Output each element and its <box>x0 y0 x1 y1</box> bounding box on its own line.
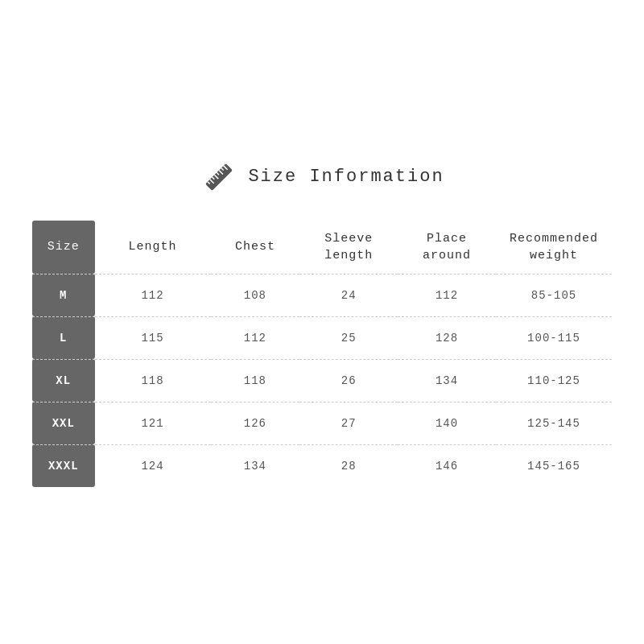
cell-size: XXL <box>32 402 95 444</box>
size-chart-container: Size Information Size Length Chest Sleev… <box>16 142 628 503</box>
cell-place: 146 <box>398 444 496 487</box>
cell-place: 128 <box>398 316 496 359</box>
cell-place: 140 <box>398 402 496 444</box>
cell-size: L <box>32 316 95 359</box>
col-header-sleeve: Sleeve length <box>299 221 398 275</box>
size-table: Size Length Chest Sleeve length Place ar… <box>32 221 612 487</box>
cell-sleeve: 27 <box>299 402 398 444</box>
cell-sleeve: 26 <box>299 359 398 402</box>
table-header-row: Size Length Chest Sleeve length Place ar… <box>32 221 612 275</box>
col-header-recommended: Recommended weight <box>496 221 612 275</box>
cell-length: 124 <box>95 444 211 487</box>
col-header-chest: Chest <box>211 221 300 275</box>
cell-chest: 112 <box>211 316 300 359</box>
col-header-size: Size <box>32 221 95 275</box>
cell-sleeve: 28 <box>299 444 398 487</box>
cell-length: 115 <box>95 316 211 359</box>
chart-header: Size Information <box>32 158 612 196</box>
col-header-place: Place around <box>398 221 496 275</box>
cell-chest: 118 <box>211 359 300 402</box>
cell-recommended: 85-105 <box>496 274 612 316</box>
cell-length: 118 <box>95 359 211 402</box>
cell-size: M <box>32 274 95 316</box>
cell-chest: 108 <box>211 274 300 316</box>
cell-length: 121 <box>95 402 211 444</box>
table-row: M1121082411285-105 <box>32 274 612 316</box>
cell-recommended: 110-125 <box>496 359 612 402</box>
table-row: XXL12112627140125-145 <box>32 402 612 444</box>
chart-title: Size Information <box>248 167 444 187</box>
cell-sleeve: 25 <box>299 316 398 359</box>
cell-recommended: 145-165 <box>496 444 612 487</box>
cell-recommended: 125-145 <box>496 402 612 444</box>
table-row: XL11811826134110-125 <box>32 359 612 402</box>
table-row: L11511225128100-115 <box>32 316 612 359</box>
cell-chest: 126 <box>211 402 300 444</box>
ruler-icon <box>200 158 238 196</box>
cell-place: 112 <box>398 274 496 316</box>
cell-place: 134 <box>398 359 496 402</box>
table-row: XXXL12413428146145-165 <box>32 444 612 487</box>
cell-size: XXXL <box>32 444 95 487</box>
col-header-length: Length <box>95 221 211 275</box>
cell-sleeve: 24 <box>299 274 398 316</box>
cell-chest: 134 <box>211 444 300 487</box>
cell-recommended: 100-115 <box>496 316 612 359</box>
cell-length: 112 <box>95 274 211 316</box>
cell-size: XL <box>32 359 95 402</box>
svg-rect-0 <box>205 163 233 191</box>
